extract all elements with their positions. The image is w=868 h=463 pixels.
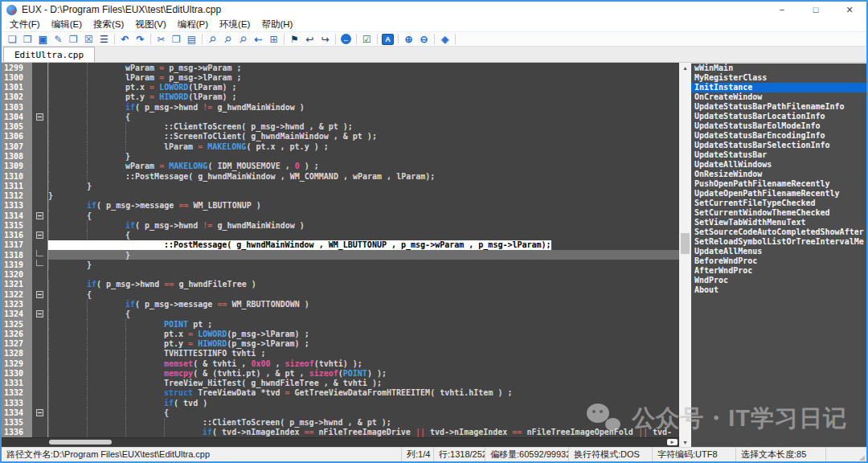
jump-icon[interactable]: ⇠ [251, 33, 266, 46]
line-number[interactable]: 1318 [2, 250, 32, 260]
code-line-1334[interactable]: 1334{ [2, 408, 679, 417]
line-number[interactable]: 1334 [2, 408, 32, 417]
line-number[interactable]: 1315 [2, 220, 32, 230]
line-number[interactable]: 1322 [2, 289, 32, 299]
syntax-color-icon[interactable]: A [380, 33, 395, 46]
file-list-icon[interactable]: ☰ [96, 33, 112, 46]
symbol-item-UpdateStatusBarEolModeInfo[interactable]: UpdateStatusBarEolModeInfo [691, 121, 866, 131]
line-number[interactable]: 1314 [2, 211, 32, 220]
zoom-in-icon[interactable]: ⊕ [401, 33, 416, 46]
cut-icon[interactable]: ✂ [154, 33, 169, 46]
symbol-item-SetSourceCodeAutoCompletedShowAfter[interactable]: SetSourceCodeAutoCompletedShowAfter [691, 227, 866, 237]
line-number[interactable]: 1319 [2, 260, 32, 269]
menu-item-file[interactable]: 文件(F) [8, 18, 42, 31]
line-number[interactable]: 1300 [2, 72, 32, 82]
menu-item-edit[interactable]: 编辑(E) [50, 18, 84, 31]
symbol-item-UpdateStatusBarLocationInfo[interactable]: UpdateStatusBarLocationInfo [691, 112, 866, 121]
fold-margin[interactable] [32, 309, 48, 319]
code-line-1319[interactable]: 1319} [2, 260, 679, 269]
fold-collapse-icon[interactable] [36, 291, 43, 298]
code-line-1317[interactable]: 1317::PostMessage( g_hwndMainWindow , WM… [2, 240, 679, 250]
fold-collapse-icon[interactable] [36, 113, 43, 121]
close-file-icon[interactable]: ☒ [81, 33, 96, 46]
line-number[interactable]: 1305 [2, 122, 32, 132]
symbol-item-SetCurrentFileTypeChecked[interactable]: SetCurrentFileTypeChecked [691, 199, 866, 208]
fold-margin[interactable] [32, 289, 48, 299]
code-line-1335[interactable]: 1335::ClientToScreen( p_msg->hwnd , & pt… [2, 418, 679, 428]
bookmark-icon[interactable]: ⚑ [287, 33, 302, 46]
code-line-1328[interactable]: 1328TVHITTESTINFO tvhti ; [2, 349, 679, 359]
line-number[interactable]: 1336 [2, 428, 32, 437]
fold-margin[interactable] [32, 211, 48, 220]
scroll-up-arrow-icon[interactable]: ▴ [679, 63, 691, 72]
horizontal-scrollbar[interactable]: ▸ [2, 437, 679, 447]
symbol-item-SetReloadSymbolListOrTreeIntervalMe[interactable]: SetReloadSymbolListOrTreeIntervalMe [691, 237, 866, 247]
line-number[interactable]: 1309 [2, 162, 32, 171]
tab-EditUltra.cpp[interactable]: EditUltra.cpp [3, 47, 95, 62]
code-line-1308[interactable]: 1308} [2, 151, 679, 161]
code-line-1307[interactable]: 1307lParam = MAKELONG( pt.x , pt.y ) ; [2, 141, 679, 151]
save-all-icon[interactable]: ❐ [66, 33, 81, 46]
code-line-1312[interactable]: 1312} [2, 191, 679, 200]
line-number[interactable]: 1327 [2, 338, 32, 348]
vertical-scrollbar[interactable]: ▴ ▾ [679, 63, 691, 447]
line-number[interactable]: 1329 [2, 359, 32, 368]
grid-icon[interactable]: ⊞ [266, 33, 281, 46]
code-line-1315[interactable]: 1315if( p_msg->hwnd != g_hwndMainWindow … [2, 220, 679, 230]
horizontal-scrollbar-thumb[interactable] [49, 440, 112, 445]
line-number[interactable]: 1326 [2, 329, 32, 338]
scroll-down-arrow-icon[interactable]: ▾ [679, 437, 691, 447]
next-bookmark-icon[interactable]: ↪ [317, 33, 333, 46]
code-line-1316[interactable]: 1316{ [2, 231, 679, 240]
code-line-1327[interactable]: 1327pt.y = HIWORD(p_msg->lParam) ; [2, 338, 679, 348]
about-icon[interactable]: ◈ [437, 33, 452, 46]
menu-item-environment[interactable]: 环境(E) [218, 18, 252, 31]
line-number[interactable]: 1304 [2, 112, 32, 121]
code-line-1303[interactable]: 1303if( p_msg->hwnd != g_hwndMainWindow … [2, 102, 679, 112]
line-number[interactable]: 1324 [2, 309, 32, 319]
line-number[interactable]: 1316 [2, 231, 32, 240]
code-line-1299[interactable]: 1299wParam = p_msg->wParam ; [2, 63, 679, 72]
fold-collapse-icon[interactable] [36, 409, 43, 416]
code-line-1326[interactable]: 1326pt.x = LOWORD(p_msg->lParam) ; [2, 329, 679, 338]
symbol-item-SetCurrentWindowThemeChecked[interactable]: SetCurrentWindowThemeChecked [691, 208, 866, 218]
line-number[interactable]: 1333 [2, 398, 32, 408]
symbol-item-SetViewTabWidthMenuText[interactable]: SetViewTabWidthMenuText [691, 218, 866, 227]
code-line-1300[interactable]: 1300lParam = p_msg->lParam ; [2, 72, 679, 82]
symbol-item-UpdateStatusBar[interactable]: UpdateStatusBar [691, 150, 866, 160]
symbol-item-WndProc[interactable]: WndProc [691, 276, 866, 285]
code-line-1322[interactable]: 1322{ [2, 289, 679, 299]
fold-margin[interactable] [32, 408, 48, 417]
symbol-item-MyRegisterClass[interactable]: MyRegisterClass [691, 73, 866, 83]
line-number[interactable]: 1328 [2, 349, 32, 359]
symbol-item-UpdateStatusBarEncodingInfo[interactable]: UpdateStatusBarEncodingInfo [691, 131, 866, 141]
line-number[interactable]: 1335 [2, 418, 32, 428]
code-line-1304[interactable]: 1304{ [2, 112, 679, 121]
symbol-item-OnCreateWindow[interactable]: OnCreateWindow [691, 92, 866, 102]
save-as-icon[interactable]: ✎ [51, 33, 66, 46]
code-line-1302[interactable]: 1302pt.y = HIWORD(lParam) ; [2, 92, 679, 102]
symbol-item-About[interactable]: About [691, 285, 866, 295]
code-line-1321[interactable]: 1321if( p_msg->hwnd == g_hwndFileTree ) [2, 280, 679, 289]
code-line-1314[interactable]: 1314{ [2, 211, 679, 220]
symbol-item-PushOpenPathFilenameRecently[interactable]: PushOpenPathFilenameRecently [691, 179, 866, 189]
scroll-right-arrow-icon[interactable]: ▸ [667, 439, 678, 445]
symbol-item-AfterWndProc[interactable]: AfterWndProc [691, 266, 866, 276]
line-number[interactable]: 1330 [2, 368, 32, 378]
code-line-1323[interactable]: 1323if( p_msg->message == WM_RBUTTONDOWN… [2, 299, 679, 309]
symbol-item-UpdateOpenPathFilenameRecently[interactable]: UpdateOpenPathFilenameRecently [691, 189, 866, 199]
vertical-scrollbar-thumb[interactable] [681, 233, 690, 254]
back-icon[interactable]: ← [338, 33, 354, 46]
fold-collapse-icon[interactable] [36, 212, 43, 219]
undo-icon[interactable]: ↶ [117, 33, 133, 46]
fold-collapse-icon[interactable] [36, 232, 43, 239]
code-line-1306[interactable]: 1306::ScreenToClient( g_hwndMainWindow ,… [2, 132, 679, 141]
close-button[interactable]: ✕ [833, 2, 866, 18]
line-number[interactable]: 1323 [2, 299, 32, 309]
menu-item-search[interactable]: 搜索(S) [92, 18, 125, 31]
code-line-1320[interactable]: 1320 [2, 270, 679, 280]
new-file-icon[interactable]: ❏ [5, 33, 20, 46]
line-number[interactable]: 1303 [2, 102, 32, 112]
code-line-1324[interactable]: 1324{ [2, 309, 679, 319]
zoom-out-icon[interactable]: ⊖ [416, 33, 432, 46]
